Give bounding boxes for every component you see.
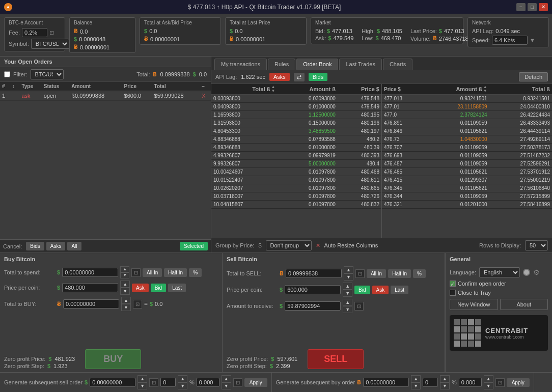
price-spinner[interactable]: ▲ ▼ (120, 281, 130, 295)
confirm-order-checkbox[interactable]: ✓ (450, 281, 456, 287)
speed-input[interactable] (492, 36, 528, 45)
price-spin-up[interactable]: ▲ (120, 281, 130, 288)
language-select[interactable]: English (479, 267, 520, 277)
receive-spin-up[interactable]: ▲ (343, 299, 352, 306)
group-select[interactable]: Don't group (266, 240, 312, 250)
order-row-1[interactable]: 1 ask open ß0.09999838 $600.0 $59.999028… (0, 91, 211, 101)
bids-row[interactable]: 476.6930.0110905927.51487232 (382, 152, 552, 160)
sell-price-spinner[interactable]: ▲ ▼ (343, 283, 352, 297)
tab-charts[interactable]: Charts (383, 59, 412, 70)
sell-price-spin-up[interactable]: ▲ (343, 283, 352, 290)
spend-spinner[interactable]: ▲ ▼ (120, 266, 129, 278)
gen-sell-profit-spinner[interactable]: ▲ ▼ (137, 375, 147, 389)
buy-last-button[interactable]: Last (168, 284, 186, 292)
cancel-asks-button[interactable]: Asks (46, 242, 66, 250)
asks-row[interactable]: 4.883468880.07893588480.2 (211, 135, 381, 144)
gen-sell-spin-down[interactable]: ▼ (137, 382, 147, 389)
buy-pct-button[interactable]: % (189, 268, 202, 277)
buy-spinner[interactable]: ▲ ▼ (121, 297, 131, 311)
gen-buy-profit-spinner[interactable]: ▲ ▼ (411, 375, 421, 389)
gen-sell-pct-input[interactable] (160, 378, 176, 387)
sell-bid-button[interactable]: Bid (354, 286, 370, 294)
bids-row[interactable]: 477.0130.932415010.93241501 (382, 95, 552, 103)
fee-input[interactable] (22, 28, 47, 37)
spend-spin-up[interactable]: ▲ (120, 266, 129, 272)
close-to-tray-checkbox[interactable] (450, 290, 456, 296)
auto-resize-x[interactable]: ✕ (316, 242, 320, 249)
buy-bid-button[interactable]: Bid (151, 284, 166, 292)
tab-rules[interactable]: Rules (268, 59, 295, 70)
cancel-bids-button[interactable]: Bids (26, 242, 44, 250)
about-button[interactable]: About (500, 299, 548, 310)
detach-button[interactable]: Detach (519, 72, 548, 81)
cancel-all-button[interactable]: All (67, 242, 81, 250)
bids-row[interactable]: 476.7070.0110905927.50378173 (382, 144, 552, 152)
sell-spin-up[interactable]: ▲ (344, 266, 353, 273)
gen-buy-pct-spinner[interactable]: ▲ ▼ (440, 375, 450, 389)
sell-spin-down[interactable]: ▼ (344, 273, 353, 281)
new-window-button[interactable]: New Window (450, 299, 498, 310)
bids-row[interactable]: 476.4150.0129930727.55001219 (382, 176, 552, 184)
gen-buy-pct-up[interactable]: ▲ (440, 375, 450, 382)
total-to-sell-input[interactable] (286, 269, 342, 278)
bids-row[interactable]: 476.8460.0110562126.44439114 (382, 127, 552, 135)
asks-row[interactable]: 0.040938000.01000000479.549 (211, 103, 381, 111)
total-sort-arrows[interactable]: ▲ ▼ (271, 85, 275, 93)
sell-button[interactable]: SELL (308, 349, 364, 369)
order-close-btn[interactable]: X (200, 91, 211, 101)
gen-buy-amount-input[interactable] (459, 378, 482, 387)
buy-spin-down[interactable]: ▼ (121, 304, 131, 311)
price-spin-down[interactable]: ▼ (120, 288, 130, 295)
filter-select[interactable]: BTC/USD (31, 69, 64, 79)
gen-sell-amount-input[interactable] (197, 378, 219, 387)
total-to-buy-input[interactable] (63, 299, 119, 309)
copy-icon[interactable]: ⊡ (49, 30, 54, 36)
bids-row[interactable]: 476.4850.0110562127.53701912 (382, 168, 552, 176)
price-per-coin-buy-input[interactable] (62, 283, 118, 292)
receive-spin-down[interactable]: ▼ (343, 306, 352, 313)
gen-buy-pct-input[interactable] (423, 378, 438, 387)
receive-icon-btn[interactable]: ⊡ (354, 302, 364, 311)
asks-row[interactable]: 4.993268070.09979919480.393 (211, 152, 381, 160)
asks-row[interactable]: 4.893468880.01000000480.39 (211, 144, 381, 152)
sell-spinner[interactable]: ▲ ▼ (344, 266, 353, 281)
gen-sell-pct-spinner[interactable]: ▲ ▼ (178, 375, 187, 389)
sell-last-button[interactable]: Last (391, 286, 408, 294)
sell-half-in-button[interactable]: Half In (388, 269, 411, 278)
bids-row[interactable]: 476.3450.0110562127.56106840 (382, 184, 552, 192)
gen-sell-apply-button[interactable]: Apply (244, 378, 267, 387)
amount-to-receive-input[interactable] (285, 301, 341, 311)
asks-row[interactable]: 10.015224070.01097800480.611 (211, 176, 381, 184)
minimize-button[interactable]: − (516, 3, 526, 11)
bids-row[interactable]: 476.4870.0110905927.52596291 (382, 160, 552, 168)
bids-row[interactable]: 476.3440.0110905927.57215899 (382, 192, 552, 201)
buy-all-in-button[interactable]: All In (143, 268, 162, 277)
tab-my-transactions[interactable]: My transactions (214, 59, 267, 70)
maximize-button[interactable]: □ (528, 3, 537, 11)
close-button[interactable]: ✕ (539, 3, 548, 11)
filter-checkbox[interactable] (4, 71, 10, 77)
bids-row[interactable]: 477.0123.1115880924.04400310 (382, 103, 552, 111)
gen-sell-profit-input[interactable] (90, 378, 135, 387)
gen-buy-profit-input[interactable] (363, 378, 409, 387)
radio-btn-1[interactable] (523, 269, 530, 276)
gen-buy-spin-up[interactable]: ▲ (411, 375, 421, 382)
gen-sell-amount-down[interactable]: ▼ (222, 382, 231, 389)
gen-buy-amount-down[interactable]: ▼ (484, 382, 493, 389)
swap-button[interactable]: ⇄ (294, 73, 305, 81)
gen-buy-spin-down[interactable]: ▼ (411, 382, 421, 389)
tab-last-trades[interactable]: Last Trades (339, 59, 381, 70)
bids-row[interactable]: 476.3210.0120100027.58416899 (382, 201, 552, 209)
total-to-spend-input[interactable] (62, 268, 118, 277)
asks-row[interactable]: 9.993268075.00000000480.4 (211, 160, 381, 168)
gen-sell-pct-down[interactable]: ▼ (178, 382, 187, 389)
tab-order-book[interactable]: Order Book (296, 59, 338, 70)
bids-row[interactable]: 476.8910.0110905926.43333493 (382, 119, 552, 127)
bids-row[interactable]: 476.731.0483000027.49269114 (382, 135, 552, 144)
sell-all-in-button[interactable]: All In (367, 269, 386, 278)
asks-button[interactable]: Asks (269, 73, 290, 81)
asks-row[interactable]: 4.804533003.48859500480.197 (211, 127, 381, 135)
rows-to-display-select[interactable]: 50 (525, 240, 548, 250)
spend-spin-down[interactable]: ▼ (120, 272, 129, 278)
asks-row[interactable]: 10.048158070.01097800480.832 (211, 201, 381, 209)
